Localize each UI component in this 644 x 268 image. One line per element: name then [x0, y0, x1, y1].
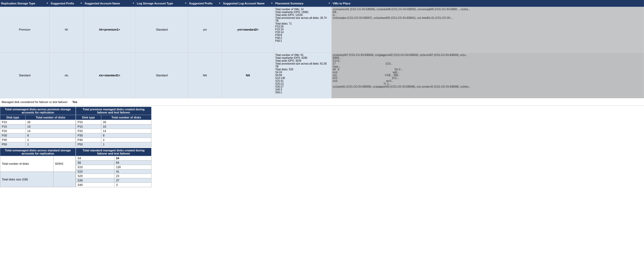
disk-type: P50: [76, 142, 101, 147]
col-header-log-storage-type[interactable]: Log Storage Account Type ▼: [136, 0, 188, 7]
disk-count: 26: [26, 120, 76, 124]
disk-type: S6: [76, 161, 114, 165]
managed-standard-header: Total standard managed disks created dur…: [76, 148, 151, 156]
disk-count: 2: [101, 138, 151, 142]
placement-s20-standard: S20:23: [275, 82, 284, 85]
vms-text-standard: co1acituyh07 (CO1-CU-SV-EB004), co1glagp…: [333, 54, 471, 88]
table-row: Total number of disks82943: [0, 156, 76, 172]
table-row: S424: [76, 156, 151, 161]
disk-type: Total disks size (GB): [0, 172, 54, 187]
cell-vms-standard: co1acituyh07 (CO1-CU-SV-EB004), co1glagp…: [332, 53, 644, 98]
filter-icon-account[interactable]: ▼: [132, 2, 134, 4]
placement-write-iops-premium: Total write IOPS: 12530: [275, 14, 303, 16]
placement-total-disks-premium: Total disks: 71: [275, 22, 292, 25]
disk-count: 14: [101, 129, 151, 133]
col-header-placement[interactable]: Placement Summary ▼: [274, 0, 332, 7]
placement-p50-premium: P50:1: [275, 39, 282, 42]
disk-count: 1: [101, 142, 151, 147]
table-row: P1510: [0, 124, 76, 129]
disk-type: P30: [0, 133, 26, 138]
disk-count: 1: [26, 142, 76, 147]
placement-s40-standard: S40:3: [275, 88, 282, 91]
cell-log-prefix-premium: yni: [188, 7, 222, 52]
summary-section: Total unmanaged disks across premium sto…: [0, 106, 644, 147]
unmanaged-premium-col2-header: Total number of disks: [26, 115, 76, 120]
managed-disk-row: Managed disk considered for failover or …: [0, 98, 644, 106]
table-row: P2014: [76, 129, 151, 133]
col-header-log-account[interactable]: Suggested Log Account Name ▼: [222, 0, 274, 7]
cell-replication-standard: Standard: [0, 53, 50, 98]
cell-vms-premium: co1maclocv01 (CO1-CU-SV-EB00A), co1acitu…: [332, 7, 644, 52]
col-header-vms[interactable]: VMs to Place: [332, 0, 644, 7]
col-header-log-prefix[interactable]: Suggested Prefix ▼: [188, 0, 222, 7]
disk-type: P15: [0, 124, 26, 129]
data-row-premium: Premium hlr hlr<premium1> Standard yni y…: [0, 7, 644, 53]
table-row: P402: [76, 138, 151, 142]
disk-count: 26: [101, 120, 151, 124]
unmanaged-premium-header: Total unmanaged disks across premium sto…: [0, 107, 76, 115]
table-row: P501: [76, 142, 151, 147]
filter-icon-log-type[interactable]: ▼: [185, 2, 187, 4]
table-row: P1510: [76, 124, 151, 129]
placement-s50-standard: S50:1: [275, 91, 282, 94]
unmanaged-premium-table: Total unmanaged disks across premium sto…: [0, 107, 76, 147]
managed-disk-value: Yes: [72, 100, 77, 104]
col-header-log-account-label: Suggested Log Account Name: [223, 2, 265, 5]
placement-s4-standard: S4:24: [275, 71, 282, 74]
disk-count: 41: [114, 169, 151, 174]
col-header-replication-type[interactable]: Replication Storage Type ▼: [0, 0, 50, 7]
standard-summary-section: Total unmanaged disks across standard st…: [0, 147, 644, 187]
cell-placement-standard: Total number of VMs: 91 Total read/write…: [274, 53, 332, 98]
cell-log-type-premium: Standard: [136, 7, 188, 52]
table-row: S403: [76, 183, 151, 187]
disk-type: S15: [76, 169, 114, 174]
col-header-log-type-label: Log Storage Account Type: [137, 2, 173, 5]
col-header-placement-label: Placement Summary: [275, 2, 303, 5]
disk-count: 27: [114, 178, 151, 183]
placement-provisioned-standard: Total provisioned size across all disks:…: [275, 62, 330, 68]
table-row: Total disks size (GB): [0, 172, 76, 187]
managed-premium-header: Total premium managed disks created duri…: [76, 107, 151, 115]
table-row: S1541: [76, 169, 151, 174]
cell-log-prefix-standard: NA: [188, 53, 222, 98]
disk-count: 84: [114, 161, 151, 165]
placement-p30-premium: P30:8: [275, 34, 282, 37]
managed-disk-label: Managed disk considered for failover or …: [2, 100, 68, 104]
filter-icon-prefix[interactable]: ▼: [80, 2, 82, 4]
unmanaged-standard-header: Total unmanaged disks across standard st…: [0, 148, 76, 156]
filter-icon-log-account[interactable]: ▼: [271, 2, 273, 4]
cell-prefix-premium: hlr: [50, 7, 84, 52]
table-row: P2014: [0, 129, 76, 133]
col-header-suggested-prefix[interactable]: Suggested Prefix ▼: [50, 0, 84, 7]
disk-type: P20: [0, 129, 26, 133]
cell-log-account-standard: NA: [222, 53, 274, 98]
managed-premium-col2-header: Total number of disks: [101, 115, 151, 120]
table-row: S10130: [76, 165, 151, 169]
disk-count: 23: [114, 174, 151, 178]
cell-prefix-standard: xtc: [50, 53, 84, 98]
placement-write-iops-standard: Total write IOPS: 3539: [275, 59, 301, 62]
table-row: P402: [0, 138, 76, 142]
col-header-account-label: Suggested Account Name: [85, 2, 120, 5]
disk-type: P20: [76, 129, 101, 133]
placement-s15-standard: S15:41: [275, 79, 284, 82]
col-header-vms-label: VMs to Place: [333, 2, 350, 5]
table-row: P308: [76, 133, 151, 138]
managed-premium-col1-header: Disk type: [76, 115, 101, 120]
filter-icon-replication[interactable]: ▼: [46, 2, 48, 4]
placement-rw-iops-premium: Total read/write IOPS: 19081: [275, 11, 309, 14]
disk-type: S4: [76, 156, 114, 161]
cell-placement-premium: Total number of VMs: 14 Total read/write…: [274, 7, 332, 52]
disk-count: 130: [114, 165, 151, 169]
disk-type: P15: [76, 124, 101, 129]
col-header-suggested-account[interactable]: Suggested Account Name ▼: [84, 0, 136, 7]
disk-type: Total number of disks: [0, 156, 54, 172]
unmanaged-premium-col1-header: Disk type: [0, 115, 26, 120]
disk-type: S20: [76, 174, 114, 178]
placement-p40-premium: P40:2: [275, 37, 282, 39]
disk-count: 24: [114, 156, 151, 161]
filter-icon-log-prefix[interactable]: ▼: [219, 2, 221, 4]
disk-type: P50: [0, 142, 26, 147]
filter-icon-placement[interactable]: ▼: [328, 2, 330, 4]
table-row: S2023: [76, 174, 151, 178]
